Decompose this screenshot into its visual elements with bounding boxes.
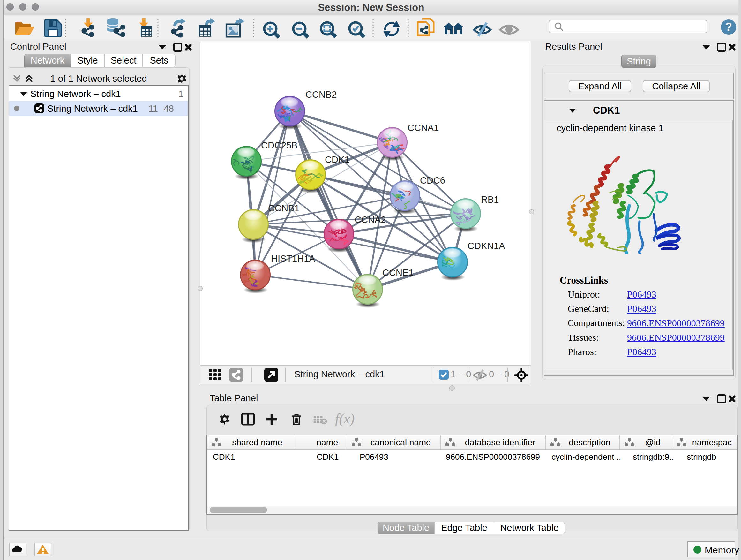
svg-text:CCNB1: CCNB1: [268, 203, 299, 213]
svg-text:CDC6: CDC6: [420, 175, 445, 186]
svg-text:CCNB2: CCNB2: [306, 89, 337, 100]
svg-text:CDC25B: CDC25B: [261, 140, 297, 150]
svg-text:CCNA2: CCNA2: [354, 214, 386, 225]
svg-text:RB1: RB1: [481, 194, 499, 205]
svg-text:?: ?: [725, 20, 732, 34]
svg-text:CDKN1A: CDKN1A: [468, 241, 505, 251]
svg-text:CCNA1: CCNA1: [408, 123, 439, 133]
svg-text:CDK1: CDK1: [325, 154, 349, 165]
svg-text:HIST1H1A: HIST1H1A: [271, 253, 315, 264]
svg-text:CCNE1: CCNE1: [382, 267, 414, 278]
